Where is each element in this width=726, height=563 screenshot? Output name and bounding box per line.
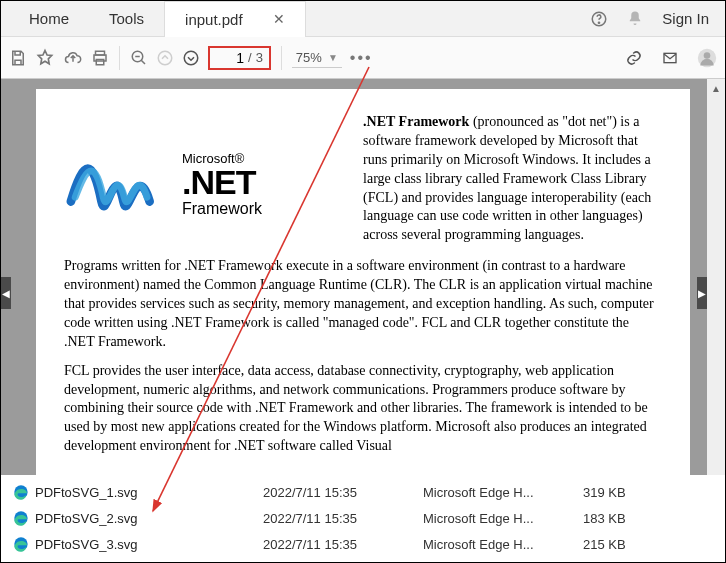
zoom-value: 75% [296, 50, 322, 65]
edge-icon [13, 510, 29, 526]
file-app: Microsoft Edge H... [423, 511, 573, 526]
page-indicator: / 3 [208, 46, 271, 70]
pdf-page: Microsoft® .NET Framework .NET Framework… [36, 89, 690, 475]
pdf-viewer: ◀ ▶ ▲ Microsoft® .NET Framework .NET Fra… [1, 79, 725, 475]
intro-text: (pronounced as "dot net") is a software … [363, 114, 651, 242]
logo-fw: Framework [182, 201, 262, 218]
cloud-upload-icon[interactable] [63, 49, 83, 67]
tab-home[interactable]: Home [9, 1, 89, 37]
file-name: PDFtoSVG_3.svg [35, 537, 138, 552]
bell-icon[interactable] [626, 10, 644, 28]
star-icon[interactable] [35, 48, 55, 68]
mail-icon[interactable] [661, 50, 679, 66]
left-panel-grip[interactable]: ◀ [1, 277, 11, 309]
link-icon[interactable] [625, 49, 643, 67]
page-down-icon[interactable] [182, 49, 200, 67]
file-name: PDFtoSVG_1.svg [35, 485, 138, 500]
profile-icon[interactable] [697, 48, 717, 68]
svg-point-6 [158, 51, 172, 65]
separator [281, 46, 282, 70]
intro-head: .NET Framework [363, 114, 469, 129]
more-icon[interactable]: ••• [350, 49, 373, 67]
tab-file[interactable]: input.pdf ✕ [164, 1, 306, 37]
toolbar: / 3 75% ▼ ••• [1, 37, 725, 79]
page-current-input[interactable] [216, 50, 244, 66]
svg-point-1 [599, 22, 600, 23]
zoom-select[interactable]: 75% ▼ [292, 48, 342, 68]
scroll-up-icon[interactable]: ▲ [707, 79, 725, 97]
zoom-out-icon[interactable] [130, 49, 148, 67]
file-date: 2022/7/11 15:35 [263, 537, 413, 552]
file-date: 2022/7/11 15:35 [263, 485, 413, 500]
signin-link[interactable]: Sign In [662, 10, 709, 27]
tab-bar: Home Tools input.pdf ✕ Sign In [1, 1, 725, 37]
paragraph-2: Programs written for .NET Framework exec… [64, 257, 662, 351]
file-list: PDFtoSVG_1.svg 2022/7/11 15:35 Microsoft… [1, 475, 725, 562]
paragraph-3: FCL provides the user interface, data ac… [64, 362, 662, 456]
right-panel-grip[interactable]: ▶ [697, 277, 707, 309]
list-item[interactable]: PDFtoSVG_1.svg 2022/7/11 15:35 Microsoft… [13, 479, 713, 505]
list-item[interactable]: PDFtoSVG_3.svg 2022/7/11 15:35 Microsoft… [13, 531, 713, 557]
scrollbar[interactable]: ▲ [707, 79, 725, 475]
page-sep: / [248, 50, 252, 65]
dotnet-logo: Microsoft® .NET Framework [64, 113, 339, 245]
wave-icon [64, 149, 174, 219]
svg-point-10 [704, 52, 711, 59]
file-app: Microsoft Edge H... [423, 537, 573, 552]
logo-big: .NET [182, 165, 262, 201]
tab-file-label: input.pdf [185, 11, 243, 28]
intro-paragraph: .NET Framework (pronounced as "dot net")… [363, 113, 662, 245]
save-icon[interactable] [9, 49, 27, 67]
print-icon[interactable] [91, 49, 109, 67]
edge-icon [13, 536, 29, 552]
file-name: PDFtoSVG_2.svg [35, 511, 138, 526]
tab-tools[interactable]: Tools [89, 1, 164, 37]
file-app: Microsoft Edge H... [423, 485, 573, 500]
edge-icon [13, 484, 29, 500]
chevron-down-icon: ▼ [328, 52, 338, 63]
list-item[interactable]: PDFtoSVG_2.svg 2022/7/11 15:35 Microsoft… [13, 505, 713, 531]
svg-point-7 [184, 51, 198, 65]
page-total: 3 [256, 50, 263, 65]
file-size: 183 KB [583, 511, 663, 526]
separator [119, 46, 120, 70]
file-date: 2022/7/11 15:35 [263, 511, 413, 526]
help-icon[interactable] [590, 10, 608, 28]
page-up-icon[interactable] [156, 49, 174, 67]
close-icon[interactable]: ✕ [273, 11, 285, 27]
file-size: 319 KB [583, 485, 663, 500]
file-size: 215 KB [583, 537, 663, 552]
